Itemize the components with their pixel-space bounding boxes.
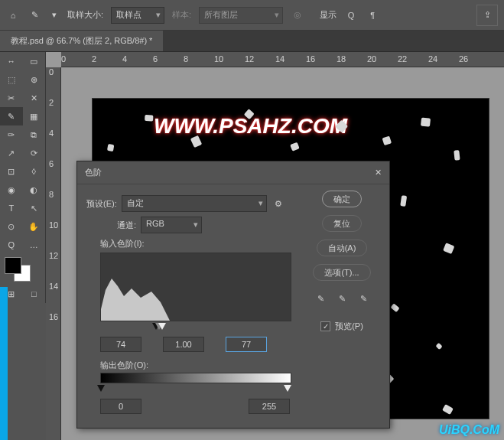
white-eyedropper-icon[interactable]: ✎ <box>356 292 370 305</box>
ruler-h-tick: 26 <box>459 54 468 64</box>
tool-4-1[interactable]: ⧉ <box>23 125 46 144</box>
ruler-h-tick: 12 <box>245 54 254 64</box>
channel-label: 通道: <box>117 220 136 231</box>
ruler-v-tick: 16 <box>49 312 58 321</box>
ruler-h-tick: 0 <box>61 54 66 64</box>
tool-7-1[interactable]: ◐ <box>23 181 46 199</box>
tool-8-0[interactable]: T <box>0 199 23 217</box>
ruler-v-tick: 12 <box>49 251 58 260</box>
shadow-input[interactable]: 74 <box>100 337 141 352</box>
out-shadow-input[interactable]: 0 <box>100 399 141 414</box>
ok-button[interactable]: 确定 <box>322 191 362 207</box>
output-gradient <box>100 373 291 383</box>
output-sliders[interactable] <box>100 385 291 394</box>
ruler-v-tick: 14 <box>49 282 58 291</box>
ruler-h-tick: 8 <box>184 54 188 64</box>
channel-select[interactable]: RGB <box>141 217 202 233</box>
tool-9-0[interactable]: ⊙ <box>0 217 23 236</box>
highlight-slider[interactable] <box>158 323 166 330</box>
mode-tool-1[interactable]: □ <box>23 285 46 303</box>
confetti-particle <box>145 115 153 121</box>
tool-3-1[interactable]: ▦ <box>23 107 46 125</box>
home-icon[interactable]: ⌂ <box>6 8 20 22</box>
ruler-vertical: 0246810121416 <box>46 67 61 440</box>
tool-0-1[interactable]: ▭ <box>23 52 46 70</box>
eyedropper-tool-icon[interactable]: ✎ <box>28 8 41 22</box>
sample-size-label: 取样大小: <box>67 9 103 21</box>
ruler-h-tick: 10 <box>214 54 223 64</box>
cancel-button[interactable]: 复位 <box>322 215 362 232</box>
options-button[interactable]: 选项(T)... <box>313 264 370 281</box>
highlight-input[interactable]: 77 <box>226 337 267 352</box>
color-swatches[interactable] <box>0 254 45 285</box>
svg-marker-0 <box>101 279 291 321</box>
tools-panel: ↔▭⬚⊕✂✕✎▦✑⧉↗⟳⊡◊◉◐T↖⊙✋Q… ⊞□ <box>0 52 46 303</box>
ruler-h-tick: 24 <box>428 54 437 64</box>
midtone-input[interactable]: 1.00 <box>163 337 204 352</box>
ruler-h-tick: 16 <box>306 54 315 64</box>
foreground-swatch[interactable] <box>5 257 21 274</box>
tool-4-0[interactable]: ✑ <box>0 125 23 144</box>
pin-icon[interactable]: ¶ <box>366 8 379 22</box>
search-icon[interactable]: Q <box>344 8 358 22</box>
ruler-v-tick: 2 <box>49 98 54 107</box>
show-label: 显示 <box>320 9 337 21</box>
share-button[interactable]: ⇪ <box>476 5 498 26</box>
tool-8-1[interactable]: ↖ <box>23 199 46 217</box>
tool-2-0[interactable]: ✂ <box>0 89 23 107</box>
sample-layers-select[interactable]: 所有图层 <box>199 7 283 24</box>
tool-10-1[interactable]: … <box>23 236 46 254</box>
gray-eyedropper-icon[interactable]: ✎ <box>335 292 349 305</box>
tool-3-0[interactable]: ✎ <box>0 107 23 125</box>
tool-6-0[interactable]: ⊡ <box>0 162 23 181</box>
close-icon[interactable]: ✕ <box>375 168 382 178</box>
sample-layers-label: 样本: <box>172 9 191 21</box>
confetti-particle <box>454 150 460 161</box>
preview-checkbox[interactable]: ✓ 预览(P) <box>320 321 363 332</box>
tool-1-1[interactable]: ⊕ <box>23 70 46 89</box>
out-highlight-input[interactable]: 255 <box>249 399 290 414</box>
input-levels-label: 输入色阶(I): <box>100 238 293 249</box>
dialog-title: 色阶 <box>85 167 102 178</box>
dialog-header[interactable]: 色阶 ✕ <box>77 161 389 184</box>
gear-icon[interactable]: ⚙ <box>272 197 285 210</box>
preset-select[interactable]: 自定 <box>122 195 267 212</box>
share-icon: ⇪ <box>484 10 491 20</box>
tool-9-1[interactable]: ✋ <box>23 217 46 236</box>
tool-dropdown-icon[interactable]: ▾ <box>49 10 60 20</box>
ruler-v-tick: 8 <box>49 190 54 199</box>
tool-5-1[interactable]: ⟳ <box>23 144 46 162</box>
ruler-v-tick: 10 <box>49 220 58 230</box>
tool-6-1[interactable]: ◊ <box>23 162 46 181</box>
tool-0-0[interactable]: ↔ <box>0 52 23 70</box>
out-shadow-slider[interactable] <box>97 385 105 392</box>
tool-10-0[interactable]: Q <box>0 236 23 254</box>
ruler-h-tick: 20 <box>367 54 376 64</box>
options-bar: ⌂ ✎▾ 取样大小: 取样点 样本: 所有图层 ◎ 显示 Q ¶ ⇪ <box>0 0 504 31</box>
sample-size-select[interactable]: 取样点 <box>111 7 164 24</box>
ruler-h-tick: 2 <box>92 54 96 64</box>
tool-1-0[interactable]: ⬚ <box>0 70 23 89</box>
checkbox-icon: ✓ <box>320 321 330 331</box>
tool-5-0[interactable]: ↗ <box>0 144 23 162</box>
ruler-v-tick: 0 <box>49 67 54 77</box>
out-highlight-slider[interactable] <box>284 385 291 392</box>
confetti-particle <box>382 136 392 145</box>
confetti-particle <box>107 144 114 152</box>
tool-7-0[interactable]: ◉ <box>0 181 23 199</box>
black-eyedropper-icon[interactable]: ✎ <box>314 292 327 305</box>
document-tabs: 教程.psd @ 66.7% (图层 2, RGB/8#) * <box>0 31 504 52</box>
ruler-h-tick: 22 <box>398 54 407 64</box>
histogram <box>100 253 291 321</box>
input-sliders[interactable] <box>100 323 291 332</box>
ruler-h-tick: 14 <box>275 54 285 64</box>
confetti-particle <box>390 303 399 312</box>
ruler-h-tick: 4 <box>122 54 127 64</box>
tab-document[interactable]: 教程.psd @ 66.7% (图层 2, RGB/8#) * <box>0 31 163 51</box>
tool-2-1[interactable]: ✕ <box>23 89 46 107</box>
ruler-h-tick: 18 <box>337 54 346 64</box>
ring-icon[interactable]: ◎ <box>291 8 304 22</box>
auto-button[interactable]: 自动(A) <box>317 240 368 256</box>
confetti-particle <box>442 404 454 415</box>
ruler-v-tick: 6 <box>49 159 54 168</box>
